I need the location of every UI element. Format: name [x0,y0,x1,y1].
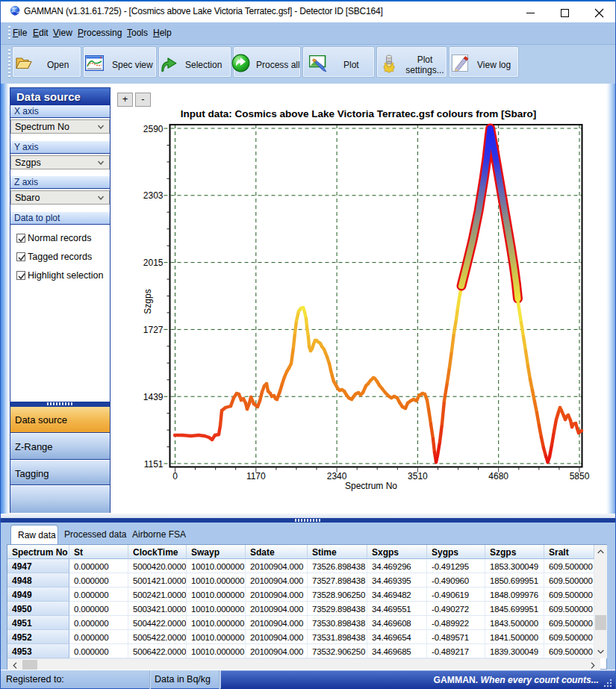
svg-text:3510: 3510 [408,471,428,481]
svg-text:Spectrum No: Spectrum No [345,481,397,491]
svg-text:1151: 1151 [144,459,164,470]
svg-text:1439: 1439 [143,392,164,402]
svg-text:5850: 5850 [570,471,590,481]
svg-text:2015: 2015 [143,258,164,268]
svg-text:0: 0 [172,471,178,481]
svg-text:4680: 4680 [488,471,508,481]
svg-text:2590: 2590 [143,124,164,134]
svg-text:2340: 2340 [327,471,347,481]
svg-text:2303: 2303 [143,190,164,201]
svg-text:1170: 1170 [246,471,266,481]
svg-text:1727: 1727 [143,325,164,335]
svg-text:Szgps: Szgps [143,289,153,314]
svg-text:Input data: Cosmics above Lake: Input data: Cosmics above Lake Victoria … [181,108,537,119]
